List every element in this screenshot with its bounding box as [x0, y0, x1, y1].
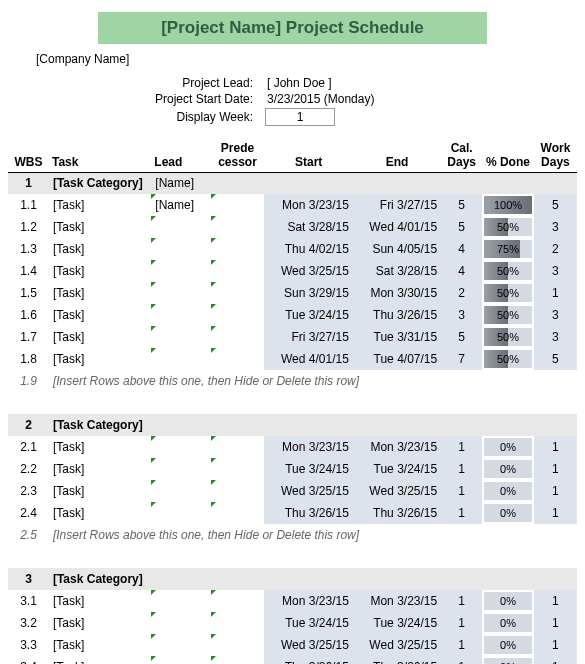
cell-start[interactable]: Fri 3/27/15: [264, 326, 352, 348]
cell-end[interactable]: Tue 4/07/15: [353, 348, 441, 370]
cell-task[interactable]: [Task]: [49, 238, 151, 260]
cell-end[interactable]: Mon 3/30/15: [353, 282, 441, 304]
cell-end[interactable]: Tue 3/31/15: [353, 326, 441, 348]
cell-end[interactable]: Wed 4/01/15: [353, 216, 441, 238]
cell-task[interactable]: [Task]: [49, 282, 151, 304]
task-row[interactable]: 1.8[Task]Wed 4/01/15Tue 4/07/15750%5: [8, 348, 577, 370]
cell-end[interactable]: Thu 3/26/15: [353, 502, 441, 524]
task-row[interactable]: 3.4[Task]Thu 3/26/15Thu 3/26/1510%1: [8, 656, 577, 664]
cell-wbs[interactable]: 1.1: [8, 194, 49, 216]
cell-work-days[interactable]: 1: [534, 480, 577, 502]
task-row[interactable]: 1.6[Task]Tue 3/24/15Thu 3/26/15350%3: [8, 304, 577, 326]
cell-wbs[interactable]: 2.1: [8, 436, 49, 458]
cell-pct-done[interactable]: 0%: [482, 634, 534, 656]
cell-pct-done[interactable]: 50%: [482, 216, 534, 238]
cell-work-days[interactable]: 5: [534, 194, 577, 216]
cell-pred[interactable]: [211, 326, 265, 348]
task-row[interactable]: 2.1[Task]Mon 3/23/15Mon 3/23/1510%1: [8, 436, 577, 458]
cell-lead[interactable]: [Name]: [151, 194, 210, 216]
cell-cal-days[interactable]: 7: [441, 348, 482, 370]
cell-cal-days[interactable]: 2: [441, 282, 482, 304]
cell-pct-done[interactable]: 0%: [482, 502, 534, 524]
cell-cal-days[interactable]: 1: [441, 436, 482, 458]
cell-end[interactable]: Fri 3/27/15: [353, 194, 441, 216]
cell-start[interactable]: Tue 3/24/15: [264, 304, 352, 326]
cell-start[interactable]: Tue 3/24/15: [264, 458, 352, 480]
cell-pred[interactable]: [211, 634, 265, 656]
cell-cal-days[interactable]: 1: [441, 480, 482, 502]
cell-pred[interactable]: [211, 656, 265, 664]
cell-lead[interactable]: [151, 414, 210, 436]
cell-pred[interactable]: [211, 436, 265, 458]
task-row[interactable]: 3.1[Task]Mon 3/23/15Mon 3/23/1510%1: [8, 590, 577, 612]
cell-lead[interactable]: [151, 590, 210, 612]
cell-pct-done[interactable]: 0%: [482, 436, 534, 458]
meta-value[interactable]: 3/23/2015 (Monday): [263, 92, 374, 106]
cell-pct-done[interactable]: 0%: [482, 480, 534, 502]
cell-cal-days[interactable]: 5: [441, 326, 482, 348]
task-row[interactable]: 1.4[Task]Wed 3/25/15Sat 3/28/15450%3: [8, 260, 577, 282]
cell-pct-done[interactable]: 100%: [482, 194, 534, 216]
cell-pred[interactable]: [211, 348, 265, 370]
cell-lead[interactable]: [151, 436, 210, 458]
cell-end[interactable]: Sat 3/28/15: [353, 260, 441, 282]
cell-work-days[interactable]: 3: [534, 260, 577, 282]
cell-lead[interactable]: [151, 568, 210, 590]
cell-pred[interactable]: [211, 216, 265, 238]
cell-wbs[interactable]: 1: [8, 172, 49, 194]
task-row[interactable]: 1.1[Task][Name]Mon 3/23/15Fri 3/27/15510…: [8, 194, 577, 216]
cell-lead[interactable]: [151, 458, 210, 480]
task-row[interactable]: 1.3[Task]Thu 4/02/15Sun 4/05/15475%2: [8, 238, 577, 260]
task-row[interactable]: 2.4[Task]Thu 3/26/15Thu 3/26/1510%1: [8, 502, 577, 524]
cell-wbs[interactable]: 3.4: [8, 656, 49, 664]
cell-cal-days[interactable]: 4: [441, 238, 482, 260]
cell-end[interactable]: Mon 3/23/15: [353, 436, 441, 458]
cell-cal-days[interactable]: 1: [441, 656, 482, 664]
cell-work-days[interactable]: 3: [534, 304, 577, 326]
cell-lead[interactable]: [151, 656, 210, 664]
cell-pred[interactable]: [211, 194, 265, 216]
cell-end[interactable]: Wed 3/25/15: [353, 480, 441, 502]
category-row[interactable]: 1[Task Category][Name]: [8, 172, 577, 194]
cell-pct-done[interactable]: 50%: [482, 260, 534, 282]
cell-work-days[interactable]: 3: [534, 216, 577, 238]
cell-category[interactable]: [Task Category]: [49, 172, 151, 194]
cell-start[interactable]: Mon 3/23/15: [264, 590, 352, 612]
cell-end[interactable]: Mon 3/23/15: [353, 590, 441, 612]
cell-cal-days[interactable]: 1: [441, 502, 482, 524]
cell-lead[interactable]: [151, 304, 210, 326]
cell-start[interactable]: Mon 3/23/15: [264, 436, 352, 458]
task-row[interactable]: 1.2[Task]Sat 3/28/15Wed 4/01/15550%3: [8, 216, 577, 238]
cell-wbs[interactable]: 1.8: [8, 348, 49, 370]
cell-lead[interactable]: [151, 282, 210, 304]
cell-wbs[interactable]: 3: [8, 568, 49, 590]
cell-start[interactable]: Sat 3/28/15: [264, 216, 352, 238]
cell-lead[interactable]: [151, 238, 210, 260]
cell-pct-done[interactable]: 0%: [482, 612, 534, 634]
cell-cal-days[interactable]: 4: [441, 260, 482, 282]
cell-cal-days[interactable]: 5: [441, 194, 482, 216]
cell-task[interactable]: [Task]: [49, 304, 151, 326]
task-row[interactable]: 1.5[Task]Sun 3/29/15Mon 3/30/15250%1: [8, 282, 577, 304]
cell-wbs[interactable]: 3.1: [8, 590, 49, 612]
cell-start[interactable]: Thu 3/26/15: [264, 502, 352, 524]
task-row[interactable]: 2.2[Task]Tue 3/24/15Tue 3/24/1510%1: [8, 458, 577, 480]
cell-lead[interactable]: [151, 502, 210, 524]
cell-task[interactable]: [Task]: [49, 348, 151, 370]
cell-cal-days[interactable]: 1: [441, 458, 482, 480]
insert-placeholder-row[interactable]: 2.5[Insert Rows above this one, then Hid…: [8, 524, 577, 546]
cell-work-days[interactable]: 3: [534, 326, 577, 348]
cell-wbs[interactable]: 2.2: [8, 458, 49, 480]
cell-start[interactable]: Tue 3/24/15: [264, 612, 352, 634]
cell-work-days[interactable]: 1: [534, 458, 577, 480]
cell-pred[interactable]: [211, 238, 265, 260]
cell-end[interactable]: Sun 4/05/15: [353, 238, 441, 260]
cell-cal-days[interactable]: 1: [441, 634, 482, 656]
cell-task[interactable]: [Task]: [49, 502, 151, 524]
cell-pred[interactable]: [211, 502, 265, 524]
cell-category[interactable]: [Task Category]: [49, 414, 151, 436]
cell-wbs[interactable]: 1.7: [8, 326, 49, 348]
cell-task[interactable]: [Task]: [49, 458, 151, 480]
cell-wbs[interactable]: 2: [8, 414, 49, 436]
cell-wbs[interactable]: 1.5: [8, 282, 49, 304]
